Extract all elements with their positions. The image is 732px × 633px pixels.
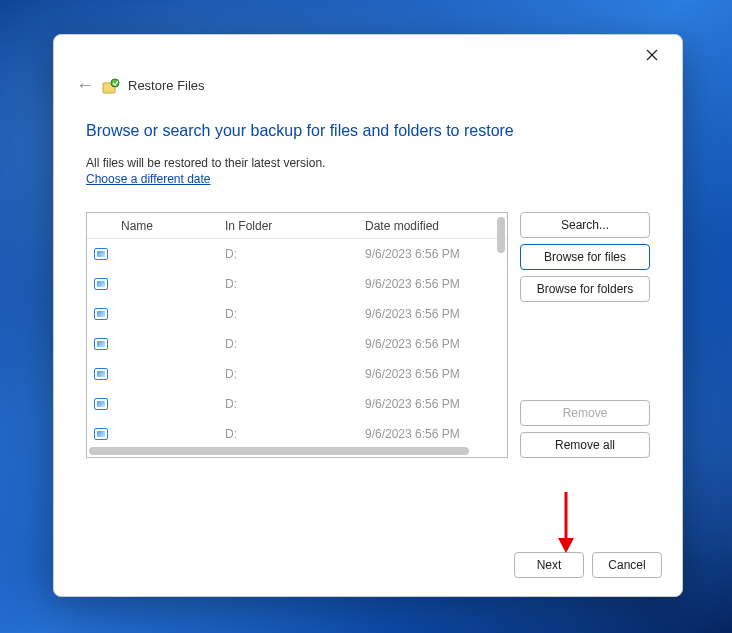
titlebar bbox=[54, 35, 682, 75]
footer: Next Cancel bbox=[54, 552, 682, 596]
horizontal-scrollbar[interactable] bbox=[89, 447, 469, 455]
remove-all-button[interactable]: Remove all bbox=[520, 432, 650, 458]
col-header-date[interactable]: Date modified bbox=[365, 219, 507, 233]
cell-folder: D: bbox=[225, 397, 365, 411]
file-icon bbox=[94, 428, 108, 440]
cell-folder: D: bbox=[225, 337, 365, 351]
cell-folder: D: bbox=[225, 427, 365, 441]
close-button[interactable] bbox=[634, 41, 670, 69]
cell-date: 9/6/2023 6:56 PM bbox=[365, 397, 507, 411]
vertical-scrollbar[interactable] bbox=[497, 217, 505, 253]
list-row[interactable]: D: 9/6/2023 6:56 PM bbox=[87, 299, 507, 329]
browse-folders-button[interactable]: Browse for folders bbox=[520, 276, 650, 302]
col-header-folder[interactable]: In Folder bbox=[225, 219, 365, 233]
window-title: Restore Files bbox=[128, 78, 205, 93]
cell-folder: D: bbox=[225, 247, 365, 261]
restore-icon bbox=[102, 77, 120, 95]
cell-date: 9/6/2023 6:56 PM bbox=[365, 367, 507, 381]
file-icon bbox=[94, 368, 108, 380]
file-icon bbox=[94, 308, 108, 320]
list-row[interactable]: D: 9/6/2023 6:56 PM bbox=[87, 329, 507, 359]
file-icon bbox=[94, 338, 108, 350]
file-icon bbox=[94, 248, 108, 260]
file-icon bbox=[94, 398, 108, 410]
file-icon bbox=[94, 278, 108, 290]
cell-folder: D: bbox=[225, 367, 365, 381]
cell-folder: D: bbox=[225, 277, 365, 291]
next-button[interactable]: Next bbox=[514, 552, 584, 578]
main-heading: Browse or search your backup for files a… bbox=[86, 122, 650, 140]
header-row: ← Restore Files bbox=[54, 75, 682, 104]
search-button[interactable]: Search... bbox=[520, 212, 650, 238]
back-arrow-icon[interactable]: ← bbox=[76, 75, 94, 96]
list-row[interactable]: D: 9/6/2023 6:56 PM bbox=[87, 269, 507, 299]
content-area: Browse or search your backup for files a… bbox=[54, 104, 682, 552]
gap bbox=[520, 308, 650, 394]
list-row[interactable]: D: 9/6/2023 6:56 PM bbox=[87, 419, 507, 449]
cancel-button[interactable]: Cancel bbox=[592, 552, 662, 578]
col-header-name[interactable]: Name bbox=[115, 219, 225, 233]
list-row[interactable]: D: 9/6/2023 6:56 PM bbox=[87, 359, 507, 389]
cell-date: 9/6/2023 6:56 PM bbox=[365, 247, 507, 261]
cell-date: 9/6/2023 6:56 PM bbox=[365, 337, 507, 351]
close-icon bbox=[646, 49, 658, 61]
list-row[interactable]: D: 9/6/2023 6:56 PM bbox=[87, 239, 507, 269]
remove-button[interactable]: Remove bbox=[520, 400, 650, 426]
info-text: All files will be restored to their late… bbox=[86, 156, 650, 170]
middle-panel: Name In Folder Date modified D: 9/6/2023… bbox=[86, 212, 650, 458]
list-body: D: 9/6/2023 6:56 PM D: 9/6/2023 6:56 PM … bbox=[87, 239, 507, 449]
cell-folder: D: bbox=[225, 307, 365, 321]
list-row[interactable]: D: 9/6/2023 6:56 PM bbox=[87, 389, 507, 419]
choose-date-link[interactable]: Choose a different date bbox=[86, 172, 650, 186]
cell-date: 9/6/2023 6:56 PM bbox=[365, 307, 507, 321]
browse-files-button[interactable]: Browse for files bbox=[520, 244, 650, 270]
side-button-panel: Search... Browse for files Browse for fo… bbox=[520, 212, 650, 458]
file-list[interactable]: Name In Folder Date modified D: 9/6/2023… bbox=[86, 212, 508, 458]
cell-date: 9/6/2023 6:56 PM bbox=[365, 277, 507, 291]
restore-files-dialog: ← Restore Files Browse or search your ba… bbox=[53, 34, 683, 597]
list-header[interactable]: Name In Folder Date modified bbox=[87, 213, 507, 239]
cell-date: 9/6/2023 6:56 PM bbox=[365, 427, 507, 441]
